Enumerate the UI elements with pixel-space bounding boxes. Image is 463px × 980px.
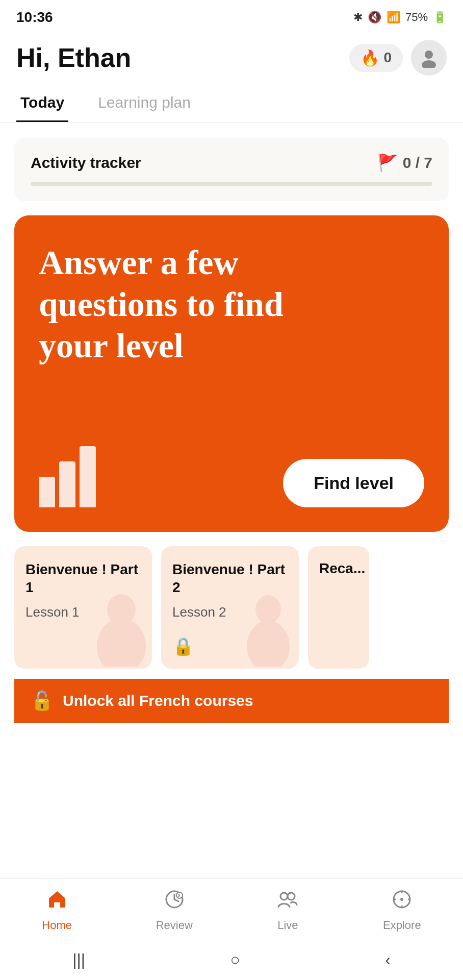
find-level-button[interactable]: Find level: [283, 459, 424, 507]
nav-live[interactable]: Live: [276, 888, 299, 932]
unlock-bar[interactable]: 🔓 Unlock all French courses: [14, 679, 449, 723]
unlock-text: Unlock all French courses: [63, 692, 253, 709]
nav-home-label: Home: [42, 919, 72, 932]
nav-live-label: Live: [277, 919, 298, 932]
bluetooth-icon: ✱: [353, 11, 363, 24]
lesson-card-3-title: Reca...: [319, 560, 358, 577]
bottom-nav: Home Review Live: [0, 878, 463, 939]
chart-bar-2: [59, 461, 75, 507]
tracker-header: Activity tracker 🚩 0 / 7: [31, 153, 432, 173]
wifi-icon: 📶: [387, 11, 400, 24]
chart-icon: [39, 446, 96, 507]
android-back-button[interactable]: ‹: [385, 950, 391, 969]
lesson-card-3-partial[interactable]: Reca...: [308, 546, 369, 669]
review-icon: [163, 888, 186, 916]
greeting-text: Hi, Ethan: [16, 42, 131, 73]
unlock-lock-icon: 🔓: [31, 690, 54, 712]
header-actions: 🔥 0: [349, 40, 447, 76]
nav-review-label: Review: [156, 919, 193, 932]
lock-icon-card-2: 🔒: [172, 636, 194, 656]
svg-point-5: [247, 621, 290, 667]
hero-title: Answer a few questions to find your leve…: [39, 242, 308, 367]
streak-count: 0: [383, 50, 392, 66]
chart-bar-1: [39, 477, 55, 507]
svg-point-8: [280, 893, 288, 900]
lesson-card-1[interactable]: Bienvenue ! Part 1 Lesson 1: [14, 546, 152, 669]
svg-point-0: [425, 51, 433, 59]
hero-card[interactable]: Answer a few questions to find your leve…: [14, 215, 449, 532]
status-bar: 10:36 ✱ 🔇 📶 75% 🔋: [0, 0, 463, 31]
status-time: 10:36: [16, 9, 53, 26]
nav-home[interactable]: Home: [42, 888, 72, 932]
lesson-card-2-avatar: [238, 590, 299, 669]
hero-bottom: Find level: [39, 446, 424, 507]
nav-explore[interactable]: Explore: [383, 888, 421, 932]
tabs-container: Today Learning plan: [0, 81, 463, 122]
header: Hi, Ethan 🔥 0: [0, 31, 463, 81]
tab-learning-plan[interactable]: Learning plan: [94, 86, 195, 122]
tracker-title: Activity tracker: [31, 154, 141, 172]
tab-today[interactable]: Today: [16, 86, 68, 122]
svg-point-1: [422, 60, 436, 68]
svg-point-11: [400, 898, 403, 901]
battery-indicator: 75%: [405, 11, 428, 24]
battery-icon: 🔋: [433, 11, 447, 24]
nav-review[interactable]: Review: [156, 888, 193, 932]
svg-point-4: [255, 595, 281, 624]
live-icon: [276, 888, 299, 916]
tracker-score: 🚩 0 / 7: [377, 153, 432, 173]
sound-icon: 🔇: [368, 11, 381, 24]
main-content: Activity tracker 🚩 0 / 7 Answer a few qu…: [0, 122, 463, 723]
svg-point-9: [288, 893, 295, 900]
android-nav-bar: ||| ○ ‹: [0, 939, 463, 980]
home-icon: [46, 888, 68, 916]
activity-tracker-card[interactable]: Activity tracker 🚩 0 / 7: [14, 138, 449, 201]
flame-icon: 🔥: [361, 49, 379, 67]
lessons-row: Bienvenue ! Part 1 Lesson 1 Bienvenue ! …: [14, 546, 449, 669]
status-icons: ✱ 🔇 📶 75% 🔋: [353, 11, 447, 24]
android-home-button[interactable]: ○: [230, 950, 240, 969]
chart-bar-3: [80, 446, 96, 507]
tracker-progress-bar-bg: [31, 182, 432, 186]
lesson-card-2[interactable]: Bienvenue ! Part 2 Lesson 2 🔒: [161, 546, 299, 669]
nav-explore-label: Explore: [383, 919, 421, 932]
lesson-card-1-avatar: [91, 590, 152, 669]
streak-badge[interactable]: 🔥 0: [349, 44, 403, 72]
svg-point-3: [97, 618, 146, 667]
profile-button[interactable]: [411, 40, 447, 76]
tracker-score-value: 0 / 7: [403, 154, 432, 172]
flag-icon: 🚩: [377, 153, 398, 173]
android-menu-button[interactable]: |||: [72, 950, 85, 969]
explore-icon: [391, 888, 413, 916]
